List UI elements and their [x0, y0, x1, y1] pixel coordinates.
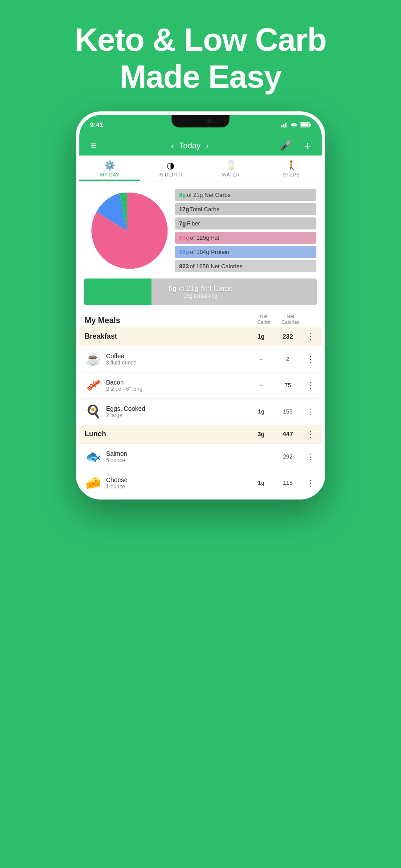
tab-my-day-label: MY DAY — [100, 172, 119, 177]
cheese-menu-button[interactable]: ⋮ — [305, 478, 316, 488]
phone-notch — [172, 115, 229, 127]
svg-point-3 — [294, 126, 295, 127]
eggs-name: Eggs, Cooked — [106, 405, 247, 412]
meals-header: My Meals Net Carbs NetCalories — [79, 310, 322, 327]
fiber-stat: 7g Fiber — [175, 217, 316, 229]
net-carbs-col-header: Net Carbs — [254, 314, 274, 325]
breakfast-label: Breakfast — [85, 332, 117, 340]
food-item-cheese: 🧀 Cheese 1 ounce 1g 115 ⋮ — [79, 470, 322, 496]
app-header: ≡ ‹ Today › 🎤 + — [79, 135, 322, 156]
lunch-calories: 447 — [278, 430, 298, 438]
breakfast-group-header: Breakfast 1g 232 ⋮ — [79, 327, 322, 346]
net-carbs-stat: 6g of 21g Net Carbs — [175, 189, 316, 201]
status-icons — [281, 122, 311, 127]
salmon-calories: 292 — [278, 453, 298, 460]
coffee-icon: ☕ — [85, 351, 102, 368]
status-time: 9:41 — [90, 121, 103, 128]
fat-label: of 129g Fat — [190, 234, 219, 241]
lunch-menu-button[interactable]: ⋮ — [305, 429, 316, 439]
notch-dot — [207, 119, 212, 123]
nutrition-section: 6g of 21g Net Carbs 17g Total Carbs 7g F… — [79, 181, 322, 277]
cheese-calories: 115 — [278, 479, 298, 486]
protein-label: of 104g Protein — [190, 249, 229, 255]
progress-main: 6g of 21g Net Carbs — [168, 285, 233, 293]
eggs-icon: 🍳 — [85, 403, 102, 420]
progress-remaining: 15g remaining — [184, 293, 217, 299]
lunch-label: Lunch — [85, 430, 106, 438]
breakfast-menu-button[interactable]: ⋮ — [305, 332, 316, 341]
menu-icon[interactable]: ≡ — [86, 140, 101, 151]
lunch-values: 3g 447 ⋮ — [251, 429, 316, 439]
eggs-serving: 2 large — [106, 412, 247, 418]
in-depth-icon: ◑ — [167, 160, 174, 171]
breakfast-values: 1g 232 ⋮ — [251, 332, 316, 341]
tabs-bar: ⚙️ MY DAY ◑ IN DEPTH 🥛 WATER 🚶 STEPS — [79, 156, 322, 181]
svg-rect-2 — [285, 123, 286, 127]
progress-text: 6g of 21g Net Carbs 15g remaining — [84, 278, 317, 305]
net-carbs-value: 6g — [179, 192, 186, 198]
protein-stat: 58g of 104g Protein — [175, 246, 316, 258]
pie-chart — [85, 188, 169, 273]
eggs-calories: 155 — [278, 408, 298, 415]
eggs-info: Eggs, Cooked 2 large — [106, 405, 247, 418]
meals-col-headers: Net Carbs NetCalories — [254, 314, 316, 325]
eggs-net-carbs: 1g — [251, 408, 271, 415]
bacon-calories: 75 — [278, 382, 298, 389]
cheese-icon: 🧀 — [85, 475, 102, 491]
total-carbs-value: 17g — [179, 206, 189, 213]
cheese-info: Cheese 1 ounce — [106, 476, 247, 490]
app-content: 6g of 21g Net Carbs 17g Total Carbs 7g F… — [79, 181, 322, 496]
tab-in-depth[interactable]: ◑ IN DEPTH — [140, 156, 200, 181]
coffee-name: Coffee — [106, 352, 247, 360]
add-button[interactable]: + — [300, 139, 315, 153]
salmon-name: Salmon — [106, 450, 247, 457]
fiber-label: Fiber — [187, 220, 200, 227]
coffee-values: -- 2 ⋮ — [251, 354, 316, 364]
mic-icon[interactable]: 🎤 — [279, 140, 293, 151]
fiber-value: 7g — [179, 220, 186, 227]
breakfast-net-carbs: 1g — [251, 333, 271, 340]
eggs-menu-button[interactable]: ⋮ — [305, 407, 316, 417]
lunch-group-header: Lunch 3g 447 ⋮ — [79, 425, 322, 443]
header-right: 🎤 + — [279, 139, 315, 153]
wifi-icon — [291, 122, 298, 127]
coffee-calories: 2 — [278, 356, 298, 362]
cheese-net-carbs: 1g — [251, 479, 271, 486]
pie-chart-svg — [85, 188, 169, 273]
nutrition-stats: 6g of 21g Net Carbs 17g Total Carbs 7g F… — [175, 189, 316, 272]
cheese-values: 1g 115 ⋮ — [251, 478, 316, 488]
food-item-coffee: ☕ Coffee 8 fluid ounce -- 2 ⋮ — [79, 346, 322, 372]
total-carbs-label: Total Carbs — [190, 206, 219, 213]
protein-value: 58g — [179, 249, 189, 255]
salmon-menu-button[interactable]: ⋮ — [305, 452, 316, 462]
bacon-info: Bacon 2 slice - 6" long — [106, 379, 247, 392]
tab-water[interactable]: 🥛 WATER — [200, 156, 261, 181]
bacon-name: Bacon — [106, 379, 247, 386]
phone-frame: 9:41 ≡ ‹ Today › 🎤 + — [76, 111, 325, 500]
bacon-menu-button[interactable]: ⋮ — [305, 381, 316, 390]
food-item-eggs: 🍳 Eggs, Cooked 2 large 1g 155 ⋮ — [79, 398, 322, 425]
coffee-menu-button[interactable]: ⋮ — [305, 354, 316, 364]
bacon-net-carbs: -- — [251, 382, 271, 389]
salmon-info: Salmon 5 ounce — [106, 450, 247, 463]
food-item-salmon: 🐟 Salmon 5 ounce -- 292 ⋮ — [79, 443, 322, 470]
total-carbs-stat: 17g Total Carbs — [175, 203, 316, 215]
tab-my-day[interactable]: ⚙️ MY DAY — [79, 156, 140, 181]
battery-icon — [300, 122, 311, 127]
status-bar: 9:41 — [79, 115, 322, 135]
calories-label: of 1658 Net Calories — [190, 263, 243, 270]
breakfast-calories: 232 — [278, 333, 298, 340]
prev-day-button[interactable]: ‹ — [171, 141, 174, 151]
salmon-serving: 5 ounce — [106, 457, 247, 463]
hero-title: Keto & Low Carb Made Easy — [0, 21, 401, 95]
fat-stat: 60g of 129g Fat — [175, 232, 316, 244]
tab-steps[interactable]: 🚶 STEPS — [261, 156, 322, 181]
next-day-button[interactable]: › — [206, 141, 209, 151]
svg-rect-6 — [301, 123, 309, 126]
bacon-icon: 🥓 — [85, 377, 102, 394]
bacon-serving: 2 slice - 6" long — [106, 386, 247, 392]
salmon-icon: 🐟 — [85, 448, 102, 465]
cheese-serving: 1 ounce — [106, 483, 247, 490]
tab-in-depth-label: IN DEPTH — [158, 172, 182, 177]
progress-carbs-used: 6g — [168, 285, 177, 292]
